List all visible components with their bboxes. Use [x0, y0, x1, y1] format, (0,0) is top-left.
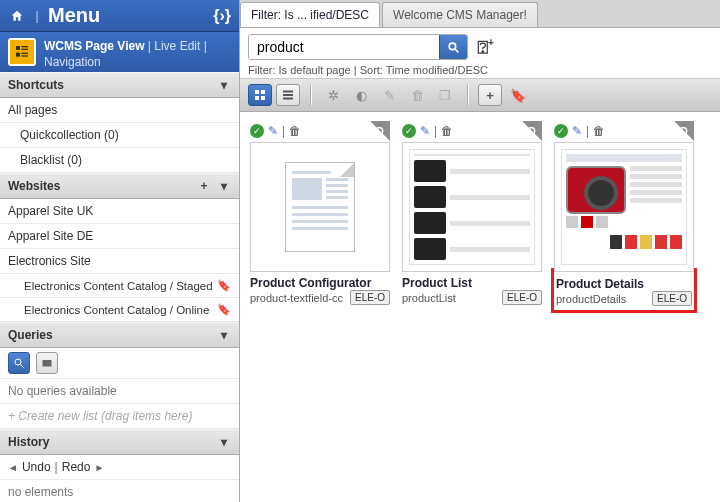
card-title: Product List	[402, 276, 542, 290]
divider	[310, 85, 311, 105]
catalog-badge: ELE-O	[652, 291, 692, 306]
no-queries-label: No queries available	[0, 379, 239, 404]
websites-title: Websites	[8, 179, 60, 193]
history-title: History	[8, 435, 49, 449]
delete-button[interactable]: 🗑	[405, 84, 429, 106]
site-electronics[interactable]: Electronics Site	[0, 249, 239, 274]
list-view-button[interactable]	[276, 84, 300, 106]
saved-search-button[interactable]	[8, 352, 30, 374]
search-button[interactable]	[439, 35, 467, 59]
all-pages-item[interactable]: All pages	[0, 98, 239, 123]
chevron-down-icon[interactable]: ▾	[217, 328, 231, 342]
svg-point-9	[449, 43, 456, 50]
add-button[interactable]: +	[478, 84, 502, 106]
live-edit-link[interactable]: Live Edit	[154, 39, 200, 53]
search-box	[248, 34, 468, 60]
right-panel: Filter: Is ... ified/DESC Welcome CMS Ma…	[240, 0, 720, 502]
redo-link[interactable]: Redo	[62, 460, 91, 474]
contrast-button[interactable]: ◐	[349, 84, 373, 106]
redo-icon[interactable]: ►	[94, 462, 104, 473]
svg-rect-8	[43, 360, 52, 367]
card-product-configurator[interactable]: ✓ ✎ | 🗑 D Product Configurator produc	[250, 122, 390, 305]
svg-point-6	[15, 359, 21, 365]
queries-title: Queries	[8, 328, 53, 342]
home-icon[interactable]	[8, 7, 26, 25]
card-title: Product Configurator	[250, 276, 390, 290]
blacklist-item[interactable]: Blacklist (0)	[0, 148, 239, 173]
tab-welcome[interactable]: Welcome CMS Manager!	[382, 2, 538, 27]
grid-view-button[interactable]	[248, 84, 272, 106]
query-folder-button[interactable]	[36, 352, 58, 374]
divider: ❘	[32, 9, 42, 23]
app-logo-icon	[8, 38, 36, 66]
svg-rect-15	[283, 91, 293, 93]
highlight-annotation: Product Details productDetailsELE-O	[551, 268, 697, 313]
view-toolbar: ✲ ◐ ✎ 🗑 ❐ + 🔖	[240, 79, 720, 112]
websites-header[interactable]: Websites + ▾	[0, 173, 239, 199]
corner-d-icon: D	[674, 121, 694, 141]
menu-header: ❘ Menu {›}	[0, 0, 239, 32]
history-header[interactable]: History ▾	[0, 429, 239, 455]
undo-redo-row: ◄ Undo | Redo ►	[0, 455, 239, 480]
svg-rect-2	[21, 49, 28, 50]
corner-d-icon: D	[370, 121, 390, 141]
edit-icon[interactable]: ✎	[420, 124, 430, 138]
edit-icon[interactable]: ✎	[572, 124, 582, 138]
chevron-down-icon[interactable]: ▾	[217, 435, 231, 449]
thumbnail	[554, 142, 694, 272]
results-grid: ✓ ✎ | 🗑 D Product Configurator produc	[240, 112, 720, 502]
undo-link[interactable]: Undo	[22, 460, 51, 474]
left-panel: ❘ Menu {›} WCMS Page View | Live Edit | …	[0, 0, 240, 502]
catalog-badge: ELE-O	[502, 290, 542, 305]
tab-filter[interactable]: Filter: Is ... ified/DESC	[240, 2, 380, 27]
bookmark-button[interactable]: 🔖	[506, 84, 530, 106]
edit-icon[interactable]: ✎	[268, 124, 278, 138]
advanced-search-icon[interactable]: ⍰+	[474, 37, 498, 56]
history-empty: no elements	[0, 480, 239, 502]
card-product-details[interactable]: ✓ ✎ | 🗑 D	[554, 122, 694, 313]
trash-icon[interactable]: 🗑	[289, 124, 301, 138]
chevron-down-icon[interactable]: ▾	[217, 78, 231, 92]
search-input[interactable]	[249, 35, 439, 59]
card-code: productList	[402, 292, 498, 304]
trash-icon[interactable]: 🗑	[593, 124, 605, 138]
subheader: WCMS Page View | Live Edit | Navigation	[0, 32, 239, 72]
svg-rect-5	[21, 55, 28, 56]
thumbnail	[402, 142, 542, 272]
copy-button[interactable]: ❐	[433, 84, 457, 106]
catalog-online[interactable]: Electronics Content Catalog / Online🔖	[0, 298, 239, 322]
navigation-link[interactable]: Navigation	[44, 55, 101, 69]
shortcuts-title: Shortcuts	[8, 78, 64, 92]
sync-button[interactable]: ✲	[321, 84, 345, 106]
divider	[467, 85, 468, 105]
catalog-badge: ELE-O	[350, 290, 390, 305]
trash-icon[interactable]: 🗑	[441, 124, 453, 138]
svg-rect-12	[261, 90, 265, 94]
svg-rect-3	[16, 53, 20, 57]
undo-icon[interactable]: ◄	[8, 462, 18, 473]
quickcollection-item[interactable]: Quickcollection (0)	[0, 123, 239, 148]
svg-rect-16	[283, 94, 293, 96]
status-ok-icon: ✓	[554, 124, 568, 138]
edit-button[interactable]: ✎	[377, 84, 401, 106]
catalog-staged[interactable]: Electronics Content Catalog / Staged🔖	[0, 274, 239, 298]
site-apparel-uk[interactable]: Apparel Site UK	[0, 199, 239, 224]
status-ok-icon: ✓	[250, 124, 264, 138]
svg-rect-11	[255, 90, 259, 94]
collapse-icon[interactable]: {›}	[213, 7, 231, 25]
queries-header[interactable]: Queries ▾	[0, 322, 239, 348]
svg-rect-0	[16, 46, 20, 50]
site-apparel-de[interactable]: Apparel Site DE	[0, 224, 239, 249]
svg-rect-14	[261, 96, 265, 100]
svg-line-7	[21, 365, 24, 368]
add-icon[interactable]: +	[197, 179, 211, 193]
page-view-title: WCMS Page View	[44, 39, 144, 53]
shortcuts-header[interactable]: Shortcuts ▾	[0, 72, 239, 98]
create-list-hint[interactable]: + Create new list (drag items here)	[0, 404, 239, 429]
svg-rect-1	[21, 46, 28, 47]
svg-rect-17	[283, 98, 293, 100]
card-product-list[interactable]: ✓ ✎ | 🗑 D Product List productListELE-O	[402, 122, 542, 305]
svg-line-10	[455, 49, 458, 52]
chevron-down-icon[interactable]: ▾	[217, 179, 231, 193]
menu-title: Menu	[48, 4, 213, 27]
